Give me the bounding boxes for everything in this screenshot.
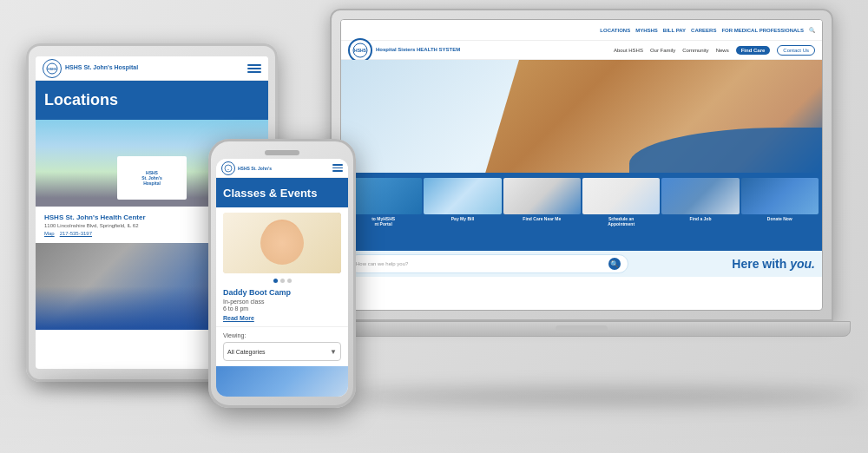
search-icon[interactable]: 🔍: [809, 27, 815, 33]
svg-text:HSHS: HSHS: [354, 48, 367, 53]
website-main-nav: HSHS Hospital Sisters HEALTH SYSTEM Abou…: [341, 41, 822, 60]
tablet-logo-text: HSHS St. John's Hospital: [65, 64, 138, 71]
contact-button[interactable]: Contact Us: [777, 45, 815, 56]
viewing-select-dropdown[interactable]: All Categories ▼: [223, 342, 341, 361]
portal-image: [345, 178, 422, 214]
event-title: Daddy Boot Camp: [223, 288, 341, 297]
laptop-device: LOCATIONS MYHSHS BILL PAY CAREERS FOR ME…: [330, 9, 851, 356]
portal-label: to MyHSHSnt Portal: [372, 216, 395, 226]
event-type: In-person class: [223, 299, 341, 305]
phone-content: Daddy Boot Camp In-person class 6 to 8 p…: [216, 207, 348, 397]
classes-events-title: Classes & Events: [223, 187, 317, 200]
laptop-screen: LOCATIONS MYHSHS BILL PAY CAREERS FOR ME…: [340, 19, 823, 311]
action-cards-section: to MyHSHSnt Portal Pay My Bill Find Care…: [341, 173, 822, 251]
laptop-base: [312, 321, 851, 337]
nav-billpay[interactable]: BILL PAY: [663, 28, 686, 33]
pay-label: Pay My Bill: [451, 216, 474, 221]
donate-image: [741, 178, 819, 214]
phone-hamburger-menu[interactable]: [332, 164, 343, 172]
schedule-image: [582, 178, 660, 214]
phone-notch: [265, 150, 299, 155]
here-with-you-text: Here with you.: [732, 257, 815, 271]
chevron-down-icon: ▼: [330, 348, 337, 356]
logo-text: Hospital Sisters HEALTH SYSTEM: [376, 47, 460, 53]
main-nav-links: About HSHS Our Family Community News Fin…: [614, 45, 815, 56]
viewing-select-value: All Categories: [227, 349, 266, 355]
event-time: 6 to 8 pm: [223, 305, 341, 312]
schedule-label: Schedule anAppointment: [608, 216, 635, 226]
hamburger-line-3: [247, 71, 261, 73]
phone-bottom-image: [216, 366, 348, 397]
phone-device: H HSHS St. John's Classes & Events: [208, 139, 356, 408]
nav-locations[interactable]: LOCATIONS: [600, 28, 630, 33]
search-input-wrapper[interactable]: How can we help you? 🔍: [348, 254, 628, 273]
tablet-hamburger-menu[interactable]: [247, 64, 261, 73]
read-more-link[interactable]: Read More: [223, 315, 341, 321]
phone-screen: H HSHS St. John's Classes & Events: [216, 159, 348, 397]
dot-1: [273, 279, 278, 283]
event-image: [223, 213, 341, 273]
find-care-image: [503, 178, 581, 214]
action-card-donate[interactable]: Donate Now: [741, 178, 819, 246]
event-card: Daddy Boot Camp In-person class 6 to 8 p…: [216, 207, 348, 326]
scene: LOCATIONS MYHSHS BILL PAY CAREERS FOR ME…: [0, 0, 868, 453]
action-card-pay[interactable]: Pay My Bill: [424, 178, 501, 246]
nav-family[interactable]: Our Family: [650, 48, 675, 53]
nav-news[interactable]: News: [716, 48, 729, 53]
viewing-section: Viewing: All Categories ▼: [216, 326, 348, 366]
svg-text:H: H: [227, 167, 229, 170]
action-card-find-care[interactable]: Find Care Near Me: [503, 178, 581, 246]
pay-image: [424, 178, 501, 214]
phone-link[interactable]: 217-535-3197: [60, 231, 92, 236]
nav-about[interactable]: About HSHS: [614, 48, 643, 53]
hero-section: [341, 60, 822, 173]
phone-hamburger-line-3: [332, 170, 343, 172]
laptop-body: LOCATIONS MYHSHS BILL PAY CAREERS FOR ME…: [330, 9, 833, 321]
viewing-label: Viewing:: [223, 332, 341, 338]
find-care-label: Find Care Near Me: [523, 216, 561, 221]
phone-hamburger-line-2: [332, 167, 343, 169]
action-card-portal[interactable]: to MyHSHSnt Portal: [345, 178, 422, 246]
phone-hamburger-line-1: [332, 164, 343, 166]
search-placeholder: How can we help you?: [356, 261, 605, 266]
donate-label: Donate Now: [767, 216, 792, 221]
locations-header: Locations: [36, 81, 268, 120]
dot-3: [287, 279, 292, 283]
action-card-schedule[interactable]: Schedule anAppointment: [582, 178, 660, 246]
nav-myhshs[interactable]: MYHSHS: [635, 28, 658, 33]
nav-medical-prof[interactable]: FOR MEDICAL PROFESSIONALS: [721, 28, 804, 33]
phone-body: H HSHS St. John's Classes & Events: [208, 139, 356, 408]
search-submit-button[interactable]: 🔍: [608, 258, 621, 270]
nav-community[interactable]: Community: [682, 48, 708, 53]
dot-2: [280, 279, 285, 283]
find-job-image: [661, 178, 739, 214]
hshs-logo-circle: HSHS: [348, 38, 372, 62]
locations-title: Locations: [44, 91, 118, 109]
tablet-logo: HSHS HSHS St. John's Hospital: [43, 59, 138, 78]
carousel-dots: [223, 279, 341, 283]
phone-logo-text: HSHS St. John's: [238, 166, 272, 171]
logo-area: HSHS Hospital Sisters HEALTH SYSTEM: [348, 38, 460, 62]
search-section: How can we help you? 🔍 Here with you.: [341, 251, 822, 277]
tablet-nav: HSHS HSHS St. John's Hospital: [36, 56, 268, 81]
phone-logo-circle: H: [221, 161, 235, 175]
find-care-button[interactable]: Find Care: [736, 46, 771, 55]
phone-nav: H HSHS St. John's: [216, 159, 348, 178]
find-job-label: Find a Job: [689, 216, 711, 221]
hamburger-line-1: [247, 64, 261, 66]
laptop-shadow: [339, 388, 859, 405]
svg-text:HSHS: HSHS: [48, 68, 56, 71]
action-card-find-job[interactable]: Find a Job: [661, 178, 739, 246]
nav-careers[interactable]: CAREERS: [691, 28, 716, 33]
map-link[interactable]: Map: [44, 231, 55, 236]
hamburger-line-2: [247, 68, 261, 69]
phone-logo: H HSHS St. John's: [221, 161, 272, 175]
tablet-logo-circle: HSHS: [43, 59, 62, 78]
classes-events-header: Classes & Events: [216, 178, 348, 207]
